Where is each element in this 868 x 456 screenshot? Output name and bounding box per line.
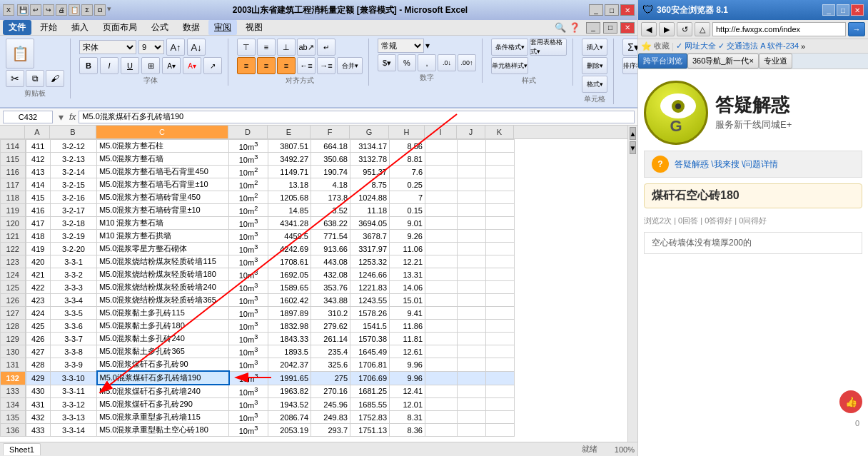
minimize-button[interactable]: _ <box>589 4 603 16</box>
table-row[interactable]: 1364333-3-14M5.0混浆承重型黏土空心砖18010m32053.19… <box>1 424 515 437</box>
table-row[interactable]: 1234203-3-1M5.0混浆烧结粉煤灰轻质砖墙11510m31708.61… <box>1 255 515 268</box>
col-header-c[interactable]: C <box>96 126 228 138</box>
fill-color-button[interactable]: A▾ <box>162 57 181 74</box>
table-row[interactable]: 1174143-2-15M5.0混浆方整石墙毛石背里±1010m213.184.… <box>1 178 515 191</box>
font-family-select[interactable]: 宋体 <box>79 40 136 54</box>
quick-access-icon7[interactable]: Ω <box>94 4 106 16</box>
table-row[interactable]: 1284253-3-6M5.0混浆黏土多孔砖18010m31832.98279.… <box>1 320 515 333</box>
tab-pro[interactable]: 专业道 <box>759 54 792 69</box>
col-header-h[interactable]: H <box>389 126 425 138</box>
url-bar[interactable] <box>712 22 846 36</box>
table-row[interactable]: 1154123-2-13M5.0混浆方整石墙10m33492.27350.683… <box>1 153 515 166</box>
format-painter-button[interactable]: 🖌 <box>46 70 64 87</box>
italic-button[interactable]: I <box>100 57 118 74</box>
align-bottom-btn[interactable]: ⊥ <box>277 39 296 56</box>
decrease-decimal-btn[interactable]: .0↓ <box>438 54 456 71</box>
table-row[interactable]: 1184153-2-16M5.0混浆方整石墙砖背里45010m21205.681… <box>1 191 515 204</box>
col-header-g[interactable]: G <box>350 126 389 138</box>
align-center-btn[interactable]: ≡ <box>257 57 276 74</box>
increase-decimal-btn[interactable]: .00↑ <box>458 54 476 71</box>
format-btn[interactable]: 格式▾ <box>582 76 607 93</box>
decrease-indent-btn[interactable]: ←≡ <box>297 57 316 74</box>
col-header-j[interactable]: J <box>457 126 485 138</box>
table-row[interactable]: 1244213-3-2M5.0混浆烧结粉煤灰轻质砖墙18010m31692.05… <box>1 268 515 281</box>
align-middle-btn[interactable]: ≡ <box>257 39 276 56</box>
cut-button[interactable]: ✂ <box>6 70 24 87</box>
border-button[interactable]: ⊞ <box>141 57 160 74</box>
quick-access-icon3[interactable]: ↪ <box>43 4 54 16</box>
bold-button[interactable]: B <box>79 57 98 74</box>
help-icon[interactable]: 🔍 <box>555 22 566 33</box>
quick-access-icon4[interactable]: 🖨 <box>56 4 67 16</box>
paste-button[interactable]: 📋 <box>6 39 34 69</box>
menu-data[interactable]: 数据 <box>177 20 206 35</box>
browser-close-btn[interactable]: ✕ <box>851 4 864 16</box>
forward-button[interactable]: ▶ <box>659 22 675 36</box>
name-box[interactable] <box>3 111 53 123</box>
table-row[interactable]: 1144113-2-12M5.0混浆方整石柱10m33807.51664.183… <box>1 140 515 153</box>
comma-btn[interactable]: , <box>418 54 436 71</box>
col-header-k[interactable]: K <box>485 126 514 138</box>
quick-access-icon2[interactable]: ↩ <box>30 4 41 16</box>
quick-access-icon5[interactable]: 📋 <box>69 4 80 16</box>
col-header-e[interactable]: E <box>268 126 311 138</box>
menu-review[interactable]: 审阅 <box>208 20 237 35</box>
table-row[interactable]: 1344313-3-12M5.0混浆煤矸石多孔砖29010m31943.5224… <box>1 398 515 411</box>
col-header-a[interactable]: A <box>25 126 50 138</box>
table-row[interactable]: 1224193-2-20M5.0混浆零星方整石砌体10m34242.69913.… <box>1 243 515 255</box>
quick-access-icon6[interactable]: Σ <box>81 4 93 16</box>
go-button[interactable]: → <box>848 22 865 36</box>
close-button[interactable]: ✕ <box>620 4 635 16</box>
table-row[interactable]: 1334303-3-11M5.0混浆煤矸石多孔砖墙24010m31963.822… <box>1 385 515 398</box>
increase-indent-btn[interactable]: →≡ <box>317 57 335 74</box>
more-links[interactable]: » <box>801 42 805 51</box>
software-link[interactable]: A 软件-234 <box>760 41 799 51</box>
excel-close2[interactable]: ✕ <box>620 22 635 34</box>
website-icon[interactable]: ✓ 网址大全 <box>676 41 716 51</box>
col-header-d[interactable]: D <box>228 126 268 138</box>
currency-btn[interactable]: $▾ <box>378 54 396 71</box>
refresh-button[interactable]: ↺ <box>677 22 692 36</box>
home-button[interactable]: △ <box>695 22 710 36</box>
menu-file[interactable]: 文件 <box>3 20 31 35</box>
formula-expand-icon[interactable]: ▾ <box>56 111 66 123</box>
hotline-link[interactable]: 答疑解惑 \我来搜 \问题详情 <box>675 159 778 169</box>
table-row[interactable]: 1254223-3-3M5.0混浆烧结粉煤灰轻质砖墙24010m31589.65… <box>1 281 515 294</box>
table-row[interactable]: 1294263-3-7M5.0混浆黏土多孔砖24010m31843.33261.… <box>1 333 515 345</box>
menu-view[interactable]: 视图 <box>240 20 268 35</box>
number-format-expand[interactable]: ▾ <box>425 41 430 51</box>
merge-center-btn[interactable]: 合并▾ <box>337 57 363 74</box>
restore-button[interactable]: □ <box>605 4 619 16</box>
table-row[interactable]: 1164133-2-14M5.0混浆方整石墙毛石背里45010m21149.71… <box>1 166 515 178</box>
menu-layout[interactable]: 页面布局 <box>97 20 143 35</box>
table-format-btn[interactable]: 套用表格格式▾ <box>530 39 567 56</box>
col-header-f[interactable]: F <box>311 126 350 138</box>
text-angle-btn[interactable]: ab↗ <box>297 39 316 56</box>
delete-btn[interactable]: 删除▾ <box>582 57 607 74</box>
like-button[interactable]: 👍 <box>839 390 862 413</box>
number-format-select[interactable]: 常规 <box>378 39 424 53</box>
cell-styles-btn[interactable]: 单元格样式▾ <box>491 57 528 74</box>
menu-home[interactable]: 开始 <box>34 20 63 35</box>
traffic-link[interactable]: ✓ 交通违法 <box>718 41 758 51</box>
formula-input[interactable] <box>79 111 635 123</box>
table-row[interactable]: 1314283-3-9M5.0混浆煤矸石多孔砖9010m32042.37325.… <box>1 358 515 372</box>
tab-360-nav[interactable]: 360导航_新一代× <box>687 54 759 69</box>
more-font-btn[interactable]: ↗ <box>203 57 222 74</box>
col-header-b[interactable]: B <box>50 126 96 138</box>
sheet-tab[interactable]: Sheet1 <box>3 443 41 455</box>
table-row[interactable]: 1354323-3-13M5.0混浆承重型多孔砖墙11510m32086.742… <box>1 411 515 424</box>
back-button[interactable]: ◀ <box>641 22 657 36</box>
align-left-btn[interactable]: ≡ <box>237 57 256 74</box>
quick-access-icon1[interactable]: 💾 <box>17 4 29 16</box>
table-row[interactable]: 1214183-2-19M10 混浆方整石拱墙10m34459.5771.543… <box>1 230 515 243</box>
copy-button[interactable]: ⧉ <box>26 70 44 87</box>
percent-btn[interactable]: % <box>398 54 416 71</box>
font-size-select[interactable]: 9 <box>138 40 164 54</box>
align-top-btn[interactable]: ⊤ <box>237 39 256 56</box>
browser-restore-btn[interactable]: □ <box>837 4 849 16</box>
tab-cross-browser[interactable]: 跨平台浏览 <box>638 54 687 69</box>
question-icon[interactable]: ❓ <box>569 22 580 33</box>
insert-btn[interactable]: 插入▾ <box>582 39 607 56</box>
browser-minimize-btn[interactable]: _ <box>822 4 835 16</box>
